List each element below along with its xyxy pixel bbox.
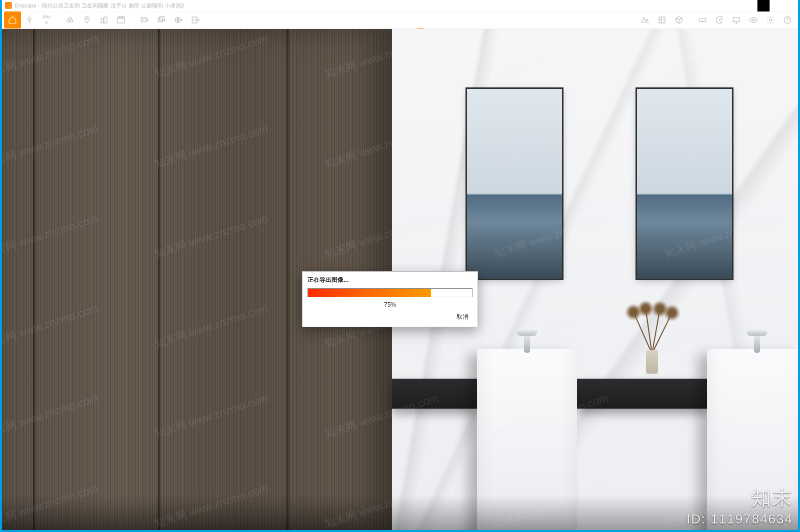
panorama-icon <box>174 15 183 24</box>
window-controls <box>732 0 795 11</box>
progress-bar <box>308 288 472 297</box>
vr-button[interactable] <box>694 11 711 28</box>
svg-point-5 <box>67 19 70 22</box>
scene-stall-divider <box>33 29 38 530</box>
cancel-button[interactable]: 取消 <box>454 312 472 322</box>
asset-library-button[interactable] <box>654 11 670 28</box>
export-progress-dialog: 正在导出图像... 75% 取消 <box>302 271 478 327</box>
titlebar: Enscape - 现代公共卫生间 卫生间隔断 洗手台 厕所 公厕隔间 小便池3 <box>2 0 798 11</box>
svg-rect-19 <box>733 17 740 22</box>
scene-floor-shadow <box>2 495 798 530</box>
toolbar-right <box>636 11 796 28</box>
toolbar-spacer <box>204 11 636 28</box>
pin-icon <box>25 15 34 24</box>
bim-menu-button[interactable]: BIM <box>38 11 55 28</box>
svg-rect-8 <box>101 18 104 23</box>
video-path-button[interactable] <box>112 11 130 28</box>
svg-point-23 <box>787 21 788 22</box>
svg-line-2 <box>780 0 790 11</box>
site-context-icon <box>640 15 650 24</box>
map-location-button[interactable] <box>78 11 96 28</box>
svg-rect-9 <box>104 17 107 23</box>
gear-icon <box>766 15 775 24</box>
bim-label: BIM <box>42 15 50 19</box>
export-exe-button[interactable]: EXE <box>187 11 204 28</box>
help-icon <box>783 15 792 24</box>
dialog-title: 正在导出图像... <box>302 272 478 287</box>
cube-view-button[interactable] <box>670 11 688 28</box>
svg-rect-18 <box>699 18 706 22</box>
svg-point-7 <box>86 18 88 19</box>
favorite-views-button[interactable] <box>21 11 38 28</box>
cube-icon <box>674 15 684 24</box>
toolbar-left: BIM <box>4 11 204 28</box>
svg-rect-1 <box>758 0 770 11</box>
settings-button[interactable] <box>762 11 779 28</box>
scene-mirror <box>467 89 562 279</box>
bim-menu-icon <box>43 20 50 25</box>
scene-plant <box>637 309 667 374</box>
progress-fill <box>308 289 431 297</box>
asset-library-icon <box>658 15 666 24</box>
map-marker-icon <box>82 15 92 24</box>
toolbar: BIM <box>2 11 798 29</box>
dialog-actions: 取消 <box>302 312 478 327</box>
export-exe-icon: EXE <box>191 15 200 24</box>
screenshot-button[interactable] <box>136 11 153 28</box>
app-logo-icon <box>5 2 12 9</box>
orthographic-button[interactable] <box>96 11 112 28</box>
export-image-icon <box>140 15 149 24</box>
svg-line-3 <box>780 0 790 11</box>
home-icon <box>8 15 17 24</box>
visibility-button[interactable] <box>745 11 762 28</box>
svg-rect-17 <box>659 17 665 23</box>
svg-point-20 <box>752 19 755 21</box>
batch-render-button[interactable] <box>153 11 170 28</box>
svg-point-4 <box>28 17 31 20</box>
app-window: Enscape - 现代公共卫生间 卫生间隔断 洗手台 厕所 公厕隔间 小便池3… <box>2 0 798 530</box>
render-viewport[interactable]: 知末网 www.znzmo.com知末网 www.znzmo.com知末网 ww… <box>2 29 798 530</box>
scene-mirror <box>637 89 732 279</box>
svg-point-21 <box>770 19 772 21</box>
visual-presets-button[interactable] <box>711 11 728 28</box>
svg-point-6 <box>70 19 73 22</box>
site-context-button[interactable] <box>636 11 654 28</box>
walk-mode-button[interactable] <box>62 11 78 28</box>
display-button[interactable] <box>728 11 745 28</box>
scene-stall-divider <box>286 29 292 530</box>
window-title: Enscape - 现代公共卫生间 卫生间隔断 洗手台 厕所 公厕隔间 小便池3 <box>15 2 732 9</box>
scene-stall-divider <box>158 29 163 530</box>
home-button[interactable] <box>4 11 21 28</box>
close-button[interactable] <box>774 0 795 11</box>
help-button[interactable] <box>779 11 796 28</box>
vr-headset-icon <box>698 15 707 24</box>
scene-counter <box>392 379 477 409</box>
monitor-icon <box>732 15 741 24</box>
minimize-button[interactable] <box>732 0 753 11</box>
palette-icon <box>715 15 724 24</box>
scene-counter <box>577 379 707 409</box>
binoculars-icon <box>66 15 74 24</box>
svg-text:EXE: EXE <box>193 19 198 21</box>
clapperboard-icon <box>116 15 126 24</box>
buildings-icon <box>100 15 108 24</box>
progress-percent-label: 75% <box>302 299 478 312</box>
svg-rect-10 <box>118 18 124 23</box>
svg-rect-12 <box>158 18 162 22</box>
export-batch-icon <box>157 15 166 24</box>
svg-rect-13 <box>160 16 164 20</box>
visibility-icon <box>749 15 758 24</box>
maximize-button[interactable] <box>753 0 774 11</box>
panorama-button[interactable] <box>170 11 187 28</box>
